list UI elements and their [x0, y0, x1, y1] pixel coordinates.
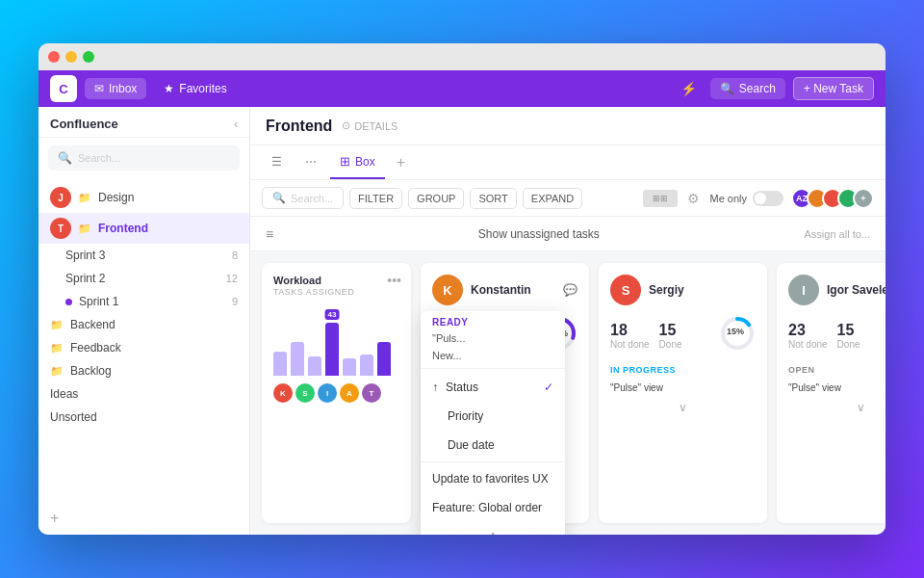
dropdown-item-label: Update to favorites UX	[432, 472, 549, 486]
avatar-t: T	[50, 218, 71, 239]
sidebar-collapse-button[interactable]: ‹	[234, 118, 238, 131]
item-count: 8	[232, 250, 238, 261]
workload-chart: 43	[273, 308, 399, 376]
avatar-group: AZ +	[797, 188, 874, 209]
dropdown-item-priority[interactable]: Priority	[421, 402, 565, 431]
me-only-toggle[interactable]	[753, 191, 783, 206]
avatar-konstantin: K	[432, 275, 463, 305]
dropdown-collapse-button[interactable]: ∧	[421, 522, 565, 535]
add-icon: +	[50, 510, 59, 527]
lightning-icon[interactable]: ⚡	[675, 77, 703, 100]
sidebar-item-label: Ideas	[50, 387, 78, 401]
sidebar-header: Confluence ‹	[38, 107, 249, 138]
bar-6	[360, 355, 373, 376]
status-section-igor: OPEN "Pulse" view	[788, 363, 886, 395]
chat-icon[interactable]: 💬	[563, 283, 578, 297]
nav-logo: C	[50, 75, 77, 102]
details-button[interactable]: ⊙ DETAILS	[342, 119, 398, 132]
box-icon: ⊞	[340, 154, 350, 169]
person-stats-igor: 23Not done 15Done 12%	[788, 315, 886, 355]
expand-button[interactable]: EXPAND	[523, 188, 582, 209]
sidebar-item-label: Design	[98, 191, 134, 204]
maximize-button[interactable]	[83, 51, 94, 63]
tab-box[interactable]: ⊞ Box	[330, 145, 385, 179]
item-count: 12	[226, 273, 238, 284]
sidebar-item-backlog[interactable]: 📁 Backlog	[38, 359, 249, 382]
workload-avatar-i: I	[318, 383, 337, 403]
workload-avatar-a: A	[340, 383, 359, 403]
workload-avatar-t: T	[362, 383, 381, 403]
toolbar-search[interactable]: 🔍 Search...	[262, 187, 344, 209]
assign-all-button[interactable]: Assign all to...	[805, 228, 870, 240]
unassigned-banner: ≡ Show unassigned tasks Assign all to...	[250, 217, 886, 251]
close-button[interactable]	[48, 51, 60, 63]
sidebar-item-label: Sprint 1	[79, 295, 118, 308]
dropdown-item-label: Due date	[432, 438, 495, 452]
tab-add-button[interactable]: +	[389, 148, 413, 177]
favorites-button[interactable]: ★ Favorites	[154, 78, 236, 99]
person-name-konstantin: Konstantin	[471, 283, 531, 297]
page-title: Frontend	[266, 118, 332, 135]
sidebar-item-feedback[interactable]: 📁 Feedback	[38, 336, 249, 359]
view-toggle[interactable]: ⊞⊞	[643, 190, 678, 207]
sidebar-item-frontend[interactable]: T 📁 Frontend •••	[38, 213, 249, 244]
bar-3	[308, 356, 321, 376]
person-name-sergiy: Sergiy	[649, 283, 684, 297]
dropdown-item-favorites[interactable]: Update to favorites UX	[421, 464, 565, 493]
new-task-button[interactable]: + New Task	[793, 77, 874, 100]
tab-timeline[interactable]: ⋯	[295, 145, 326, 179]
status-label: IN PROGRESS	[610, 363, 756, 377]
folder-icon: 📁	[50, 319, 64, 331]
filter-button[interactable]: FILTER	[349, 188, 402, 209]
hamburger-icon[interactable]: ≡	[266, 226, 273, 242]
sort-button[interactable]: SORT	[470, 188, 516, 209]
folder-icon: 📁	[78, 223, 91, 235]
search-icon: 🔍	[720, 82, 734, 95]
bar-5	[343, 358, 356, 376]
person-name-igor: Igor Savelev	[827, 283, 886, 297]
sidebar-item-sprint2[interactable]: Sprint 2 12	[38, 267, 249, 290]
dropdown-item-global[interactable]: Feature: Global order	[421, 493, 565, 522]
workload-menu[interactable]: •••	[387, 273, 401, 288]
search-button[interactable]: 🔍 Search	[710, 78, 785, 99]
sidebar-item-unsorted[interactable]: Unsorted	[38, 406, 249, 429]
toolbar: 🔍 Search... FILTER GROUP SORT EXPAND	[250, 180, 886, 217]
item-count: 9	[232, 296, 238, 307]
bar-label: 43	[325, 309, 340, 320]
sidebar-item-label: Sprint 3	[65, 249, 105, 262]
toolbar-right: ⊞⊞ ⚙ Me only AZ +	[643, 188, 874, 209]
done-stat: 15Done	[837, 322, 860, 350]
sidebar-item-design[interactable]: J 📁 Design	[38, 182, 249, 213]
group-button[interactable]: GROUP	[408, 188, 464, 209]
status-label: OPEN	[788, 363, 886, 377]
expand-button[interactable]: ∨	[788, 401, 886, 414]
sidebar-item-label: Sprint 2	[65, 272, 105, 285]
sidebar-item-ideas[interactable]: Ideas	[38, 382, 249, 406]
add-space-button[interactable]: +	[50, 510, 238, 527]
sidebar-search[interactable]: 🔍 Search...	[48, 145, 240, 171]
minimize-button[interactable]	[65, 51, 77, 63]
sidebar-item-sprint3[interactable]: Sprint 3 8	[38, 244, 249, 267]
dropdown-section-ready1: READY	[421, 311, 565, 329]
dropdown-item-duedate[interactable]: Due date	[421, 431, 565, 460]
folder-icon: 📁	[50, 342, 64, 355]
settings-icon[interactable]: ⚙	[683, 191, 704, 206]
expand-button[interactable]: ∨	[610, 401, 756, 414]
dropdown-section-label: READY	[432, 317, 553, 328]
workload-avatars: K S I A T	[273, 383, 399, 403]
avatar-j: J	[50, 187, 71, 208]
inbox-button[interactable]: ✉ Inbox	[85, 78, 146, 99]
sidebar-item-backend[interactable]: 📁 Backend	[38, 313, 249, 336]
star-icon: ★	[164, 82, 174, 95]
dropdown-item-label: Feature: Global order	[432, 501, 542, 514]
avatar-4: +	[853, 188, 874, 209]
navbar-right: ⚡ 🔍 Search + New Task	[675, 77, 874, 100]
sidebar-item-sprint1[interactable]: Sprint 1 9	[38, 290, 249, 313]
sidebar-title: Confluence	[50, 117, 118, 131]
tab-list[interactable]: ☰	[262, 145, 292, 179]
workload-avatar-s: S	[295, 383, 315, 403]
list-icon: ☰	[271, 155, 282, 169]
bar-4: 43	[325, 323, 339, 376]
content-header: Frontend ⊙ DETAILS	[250, 107, 886, 145]
dropdown-item-status[interactable]: ↑ Status ✓	[421, 373, 565, 402]
